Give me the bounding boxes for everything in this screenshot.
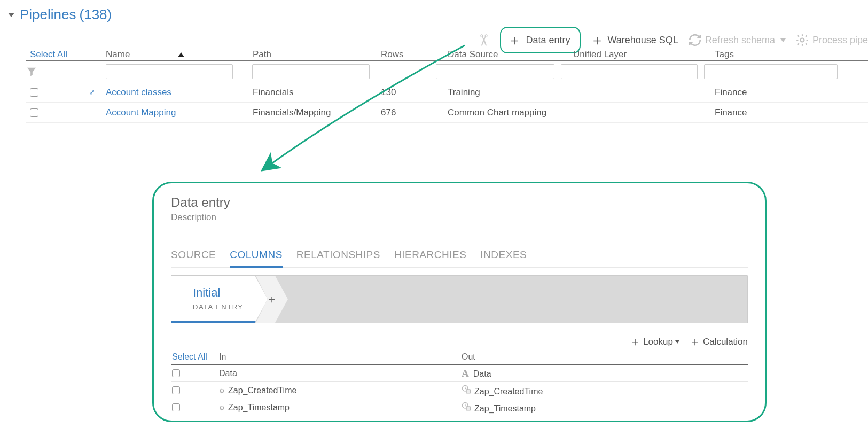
filter-icon-cell — [26, 66, 106, 77]
tab-hierarchies[interactable]: HIERARCHIES — [394, 246, 466, 267]
lookup-label: Lookup — [643, 337, 673, 347]
row-checkbox[interactable] — [172, 369, 180, 377]
funnel-icon[interactable] — [26, 66, 37, 77]
svg-rect-2 — [466, 390, 471, 393]
row-checkbox[interactable] — [30, 108, 38, 117]
data-entry-detail-panel: Data entry Description SOURCE COLUMNS RE… — [152, 182, 767, 422]
in-name: Data — [219, 369, 237, 378]
refresh-icon — [688, 33, 702, 47]
pipeline-tags: Finance — [715, 87, 868, 98]
detail-title: Data entry — [171, 195, 748, 210]
plus-icon: ＋ — [590, 33, 604, 47]
filter-tags-input[interactable] — [704, 64, 838, 79]
pipeline-path: Financials — [253, 87, 381, 98]
sort-asc-icon — [178, 52, 184, 57]
data-source-header[interactable]: Data Source — [448, 49, 573, 60]
process-pipe-label: Process pipe — [812, 35, 868, 46]
refresh-schema-button[interactable]: Refresh schema — [688, 33, 786, 47]
pipeline-tags: Finance — [715, 107, 868, 118]
columns-in-header: In — [219, 352, 462, 362]
gear-icon: ⚙ — [219, 404, 225, 412]
description-label: Description — [171, 212, 216, 222]
pipeline-rows: 130 — [381, 87, 448, 98]
add-warehouse-sql-button[interactable]: ＋ Warehouse SQL — [590, 33, 678, 47]
tab-indexes[interactable]: INDEXES — [480, 246, 527, 267]
pipeline-name-link[interactable]: Account Mapping — [106, 107, 253, 118]
table-row[interactable]: Account Mapping Financials/Mapping 676 C… — [26, 103, 868, 123]
step-subtype: DATA ENTRY — [193, 303, 243, 311]
filter-path-input[interactable] — [252, 64, 370, 79]
rows-header[interactable]: Rows — [381, 49, 448, 60]
filter-name-input[interactable] — [106, 64, 233, 79]
plus-icon: ＋ — [266, 293, 278, 305]
tags-header[interactable]: Tags — [715, 49, 868, 60]
out-name: Zap_Timestamp — [474, 404, 536, 413]
gear-icon — [795, 33, 809, 47]
svg-point-0 — [800, 38, 804, 42]
warehouse-sql-label: Warehouse SQL — [607, 35, 678, 46]
out-name: Zap_CreatedTime — [474, 387, 543, 396]
tab-relationships[interactable]: RELATIONSHIPS — [296, 246, 380, 267]
calculation-label: Calculation — [703, 337, 748, 347]
name-header[interactable]: Name — [106, 49, 253, 60]
select-all-header[interactable]: Select All — [26, 49, 106, 60]
row-checkbox[interactable] — [30, 88, 38, 97]
pipeline-data-source: Training — [448, 87, 573, 98]
columns-select-all[interactable]: Select All — [171, 352, 219, 362]
columns-table: Select All In Out Data AData ⚙Zap_Create… — [171, 350, 748, 416]
data-entry-label: Data entry — [526, 35, 570, 46]
tab-columns[interactable]: COLUMNS — [230, 246, 283, 268]
columns-header-row: Select All In Out — [171, 350, 748, 365]
chevron-down-icon — [675, 340, 679, 344]
in-name: Zap_CreatedTime — [228, 386, 296, 395]
filter-unified-layer-input[interactable] — [561, 64, 698, 79]
pipeline-rows: 676 — [381, 107, 448, 118]
pipelines-title: Pipelines — [20, 6, 76, 23]
columns-toolbar: ＋ Lookup ＋ Calculation — [171, 336, 748, 348]
pipelines-table: Select All Name Path Rows Data Source Un… — [26, 49, 868, 123]
column-row[interactable]: ⚙Zap_CreatedTime Zap_CreatedTime — [171, 382, 748, 399]
step-initial[interactable]: Initial DATA ENTRY — [171, 276, 268, 323]
column-row[interactable]: Data AData — [171, 365, 748, 382]
datetime-icon — [462, 385, 471, 394]
chevron-down-icon — [780, 38, 786, 42]
scissors-icon: ✂ — [474, 34, 493, 47]
refresh-schema-label: Refresh schema — [705, 35, 775, 46]
text-type-icon: A — [462, 368, 469, 379]
tab-source[interactable]: SOURCE — [171, 246, 216, 267]
row-checkbox[interactable] — [172, 386, 180, 394]
filter-data-source-input[interactable] — [436, 64, 554, 79]
out-name: Data — [473, 369, 491, 378]
collapse-caret-icon — [8, 13, 14, 17]
pipeline-data-source: Common Chart mapping — [448, 107, 573, 118]
pipeline-path: Financials/Mapping — [253, 107, 381, 118]
column-row[interactable]: ⚙Zap_Timestamp Zap_Timestamp — [171, 399, 748, 416]
columns-out-header: Out — [462, 352, 748, 362]
row-checkbox[interactable] — [172, 403, 180, 411]
plus-icon: ＋ — [629, 336, 641, 348]
table-row[interactable]: ⤢ Account classes Financials 130 Trainin… — [26, 82, 868, 103]
add-calculation-button[interactable]: ＋ Calculation — [689, 336, 748, 348]
table-header-row: Select All Name Path Rows Data Source Un… — [26, 49, 868, 61]
table-filter-row — [26, 61, 868, 82]
path-header[interactable]: Path — [253, 49, 381, 60]
add-lookup-button[interactable]: ＋ Lookup — [629, 336, 679, 348]
step-name: Initial — [193, 286, 220, 300]
datetime-icon — [462, 402, 471, 411]
plus-icon: ＋ — [507, 33, 521, 47]
pipelines-heading[interactable]: Pipelines (138) — [8, 6, 112, 23]
pipelines-count: (138) — [80, 6, 112, 23]
gear-icon: ⚙ — [219, 387, 225, 395]
process-pipe-button[interactable]: Process pipe — [795, 33, 868, 47]
step-bar: Initial DATA ENTRY ＋ — [171, 275, 748, 323]
svg-rect-4 — [466, 407, 471, 410]
unified-layer-header[interactable]: Unified Layer — [573, 49, 715, 60]
name-header-label: Name — [106, 49, 130, 59]
in-name: Zap_Timestamp — [228, 403, 290, 412]
expand-icon[interactable]: ⤢ — [89, 88, 95, 96]
plus-icon: ＋ — [689, 336, 701, 348]
detail-tabs: SOURCE COLUMNS RELATIONSHIPS HIERARCHIES… — [171, 246, 748, 268]
pipeline-name-link[interactable]: Account classes — [106, 87, 253, 98]
